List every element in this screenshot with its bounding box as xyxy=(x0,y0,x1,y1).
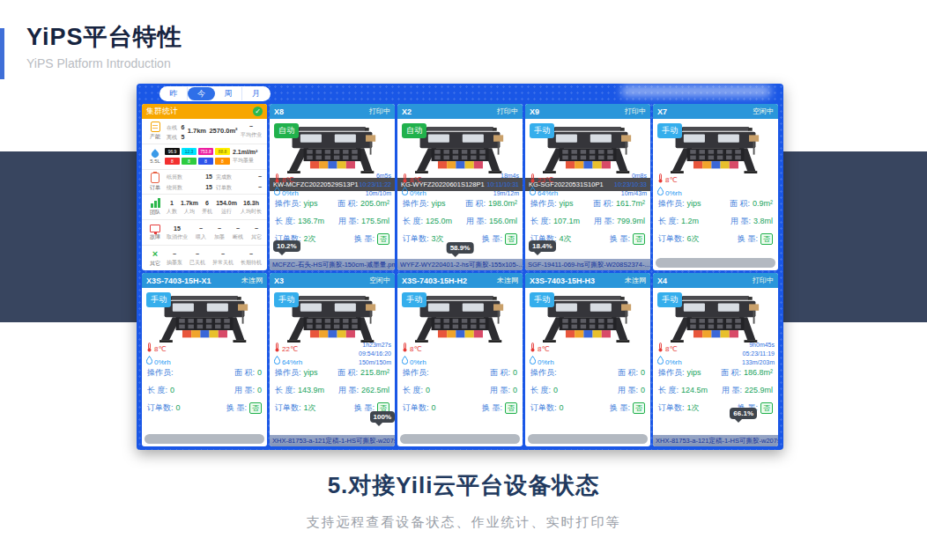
humidity-reading: 0%rh xyxy=(402,187,426,199)
tab-week[interactable]: 周 xyxy=(215,87,242,100)
humidity-drop-icon xyxy=(402,187,408,199)
tab-today[interactable]: 今 xyxy=(188,87,215,100)
progress-badge: 66.1% xyxy=(730,408,757,419)
printer-image xyxy=(159,294,249,345)
device-name: X2 xyxy=(402,107,412,116)
print-progress-info: 1h23m27s09:54/16:20150m/150m xyxy=(359,341,391,367)
stats-cell: 16.3h人均时长 xyxy=(241,200,262,215)
stats-cell-label: 喂入 xyxy=(196,233,206,240)
mode-badge: 手动 xyxy=(402,292,426,307)
field-value: 161.7m² xyxy=(616,199,645,208)
field-operator: 操作员:yips xyxy=(275,198,318,210)
environment-readings: 8℃0%rh xyxy=(530,343,554,368)
temperature-value: 8℃ xyxy=(665,174,677,186)
device-card[interactable]: X3S-7403-15H-X1未连网手动8℃0%rh操作员:面 积:0长 度:0… xyxy=(142,273,267,446)
device-card[interactable]: X3S-7403-15H-H2未连网手动8℃0%rh操作员:面 积:0长 度:0… xyxy=(397,273,523,446)
device-card[interactable]: X9打印中手动23℃64%rh0m8s10:23/10:3310m/43mKG-… xyxy=(525,104,650,270)
stats-cell: 纸筒数15 xyxy=(167,173,212,181)
stats-row-faults: 故障 15取消作业~喂入~加墨~断线~其它 xyxy=(142,220,267,246)
field-label: 换 墨: xyxy=(610,233,630,245)
field-orders: 订单数:3次 xyxy=(403,233,444,245)
field-operator: 操作员: xyxy=(147,367,176,379)
device-card-header: X4打印中 xyxy=(653,273,778,288)
ink-icon-wrap: 5.5L xyxy=(145,149,165,164)
current-file-bar xyxy=(400,434,520,444)
field-area: 面 积:215.8m² xyxy=(337,367,389,379)
field-row: 长 度:107.1m用 墨:799.9ml xyxy=(530,212,645,230)
device-card[interactable]: X2打印中自动8℃0%rh18m4s10:11/10:3119m/12mKG-W… xyxy=(397,104,523,270)
device-card[interactable]: X3空闲中手动22℃64%rh1h23m27s09:54/16:20150m/1… xyxy=(270,273,395,446)
field-row: 长 度:0用 墨:0 xyxy=(530,381,645,399)
tab-yesterday[interactable]: 昨 xyxy=(160,87,188,100)
field-value: 6次 xyxy=(687,233,700,245)
field-label: 面 积: xyxy=(337,198,358,210)
temperature-value: 23℃ xyxy=(538,174,553,186)
device-card[interactable]: X4打印中手动8℃0%rh9h0m45s05:23/11:19133m/203m… xyxy=(653,273,778,446)
stats-cell: 1人数 xyxy=(167,200,177,215)
yili-cloud-dashboard: 昨 今 周 月 集群统计 ✓ 产能 在线 6 离线 5 1 xyxy=(137,84,783,450)
online-offline: 在线 6 离线 5 xyxy=(167,122,184,141)
field-label: 长 度: xyxy=(275,385,295,396)
field-orders: 订单数:1次 xyxy=(658,402,700,414)
field-ink: 用 墨:0 xyxy=(234,385,262,396)
stats-cell: 1.7km人均 xyxy=(181,200,198,215)
humidity-drop-icon xyxy=(530,187,536,199)
print-info-line: 6m5s xyxy=(360,172,391,181)
field-value: 1.2m xyxy=(681,217,699,225)
temperature-reading: 8℃ xyxy=(530,343,554,356)
online-value: 6 xyxy=(181,124,184,130)
field-label: 长 度: xyxy=(275,216,295,227)
stats-value: ~ xyxy=(173,251,176,258)
field-ink: 用 墨:799.9ml xyxy=(594,216,645,227)
device-status: 打印中 xyxy=(497,107,518,116)
mode-badge: 自动 xyxy=(274,123,299,138)
device-card[interactable]: X8打印中自动8℃0%rh6m5s10:23/11:2210m/10mKW-MC… xyxy=(270,104,395,270)
stats-cell-label: 已关机 xyxy=(189,259,205,266)
stats-cell: 绕筒数15 xyxy=(167,184,212,191)
print-info-line: 10:23/11:22 xyxy=(360,181,391,189)
other-cells: ~抽墨泵~已关机~异常关机~长期待机 xyxy=(165,251,263,266)
field-ink: 用 墨:225.9ml xyxy=(722,385,773,396)
tab-month[interactable]: 月 xyxy=(242,87,270,100)
stats-cell-label: 加墨 xyxy=(214,233,225,240)
device-card[interactable]: X3S-7403-15H-H3未连网手动8℃0%rh操作员:面 积:0长 度:0… xyxy=(525,273,650,446)
field-label: 用 墨: xyxy=(466,216,486,227)
field-label: 订单数: xyxy=(403,233,429,245)
stats-cell: 15取消作业 xyxy=(167,225,188,240)
field-row: 订单数:0换 墨:否 xyxy=(403,399,517,416)
ink-chip: 8 xyxy=(215,158,230,165)
print-info-line: 1h23m27s xyxy=(359,341,391,350)
field-operator: 操作员:yips xyxy=(658,198,701,210)
device-fields: 操作员:面 积:0长 度:0用 墨:0订单数:0换 墨:否 xyxy=(525,360,650,416)
field-orders: 订单数:0 xyxy=(403,402,436,414)
humidity-drop-icon xyxy=(530,356,536,368)
avg-value: ~ xyxy=(249,123,253,130)
device-card-body: 手动22℃64%rh1h23m27s09:54/16:20150m/150m操作… xyxy=(270,288,395,435)
humidity-drop-icon xyxy=(274,356,280,368)
field-label: 操作员: xyxy=(403,367,429,379)
field-value: 0 xyxy=(553,386,558,394)
device-name: X8 xyxy=(274,107,284,116)
check-icon: ✓ xyxy=(253,107,263,116)
stats-value: ~ xyxy=(221,251,225,258)
field-label: 面 积: xyxy=(337,367,358,379)
stats-cell: ~抽墨泵 xyxy=(167,251,182,266)
device-fields: 操作员:yips面 积:205.0m²长 度:136.7m用 墨:175.5ml… xyxy=(270,191,395,247)
thermometer-icon xyxy=(530,173,536,187)
field-label: 订单数: xyxy=(275,402,301,414)
humidity-reading: 0%rh xyxy=(530,356,554,368)
device-name: X7 xyxy=(657,107,667,116)
ink-chip: 12.3 xyxy=(182,148,197,155)
print-info-line: 10:23/10:33 xyxy=(614,181,647,189)
field-swap: 换 墨:否 xyxy=(354,233,389,245)
ink-chip: 8 xyxy=(182,158,197,165)
stats-cell: ~其它 xyxy=(251,225,262,240)
field-label: 面 积: xyxy=(730,198,750,210)
printer-image xyxy=(543,125,633,176)
device-card-header: X9打印中 xyxy=(525,104,650,119)
current-file-bar: XHX-81753-a-121定稿-1-HS可撕胶-w207s... xyxy=(653,435,778,446)
device-card-header: X2打印中 xyxy=(397,104,523,119)
printer-image xyxy=(415,125,505,176)
device-name: X3S-7403-15H-H2 xyxy=(402,276,467,285)
device-card[interactable]: X7空闲中手动8℃0%rh操作员:yips面 积:0.9m²长 度:1.2m用 … xyxy=(653,104,778,270)
